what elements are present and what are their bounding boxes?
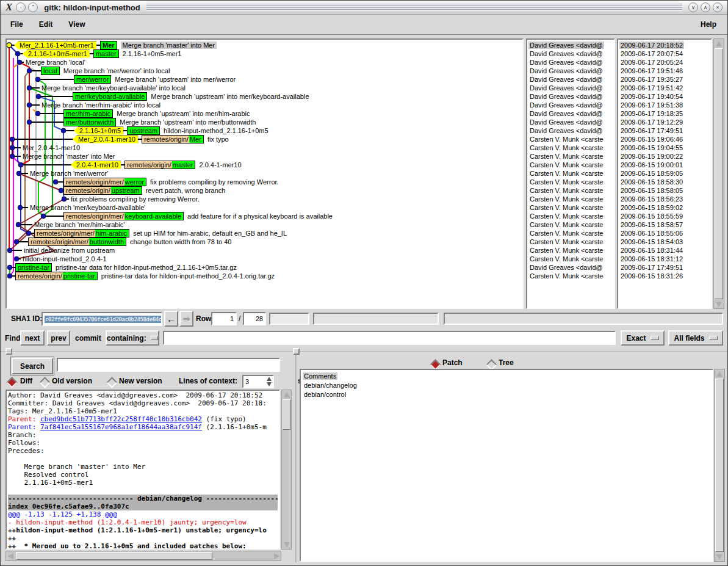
date-cell[interactable]: 2009-06-17 20:07:54 — [619, 49, 684, 58]
author-cell[interactable]: David Greaves <david@ — [528, 101, 604, 109]
author-cell[interactable]: Carsten V. Munk <carste — [528, 238, 604, 246]
vertical-sash-handle[interactable] — [293, 348, 300, 355]
remote-branch-label[interactable]: remotes/origin/master — [124, 161, 195, 169]
branch-label[interactable]: pristine-tar — [15, 263, 52, 272]
date-cell[interactable]: 2009-06-15 18:58:05 — [619, 186, 684, 195]
commit-row[interactable]: remotes/origin/mer/keyboard-availableadd… — [63, 212, 333, 220]
commit-row[interactable]: initial debianize from upstream — [24, 246, 115, 255]
commit-row[interactable]: Mer_2.1.16-1+0m5-mer1MerMerge branch 'ma… — [14, 41, 217, 49]
date-cell[interactable]: 2009-06-15 18:31:26 — [619, 272, 684, 280]
match-type-dropdown[interactable]: Exact — [621, 330, 665, 346]
commit-row[interactable]: remotes/origin/mer/buttonwidthchange but… — [28, 238, 231, 246]
spare-field-3[interactable] — [444, 313, 723, 325]
date-cell[interactable]: 2009-06-15 18:31:12 — [619, 255, 684, 263]
row-number-field[interactable]: 1 — [211, 312, 237, 325]
horizontal-sash[interactable] — [1, 351, 728, 353]
file-list-item[interactable]: Comments — [301, 371, 712, 380]
author-cell[interactable]: Carsten V. Munk <carste — [528, 161, 604, 169]
row-total-field[interactable]: 28 — [243, 312, 266, 325]
date-cell[interactable]: 2009-06-17 17:49:51 — [619, 126, 684, 135]
author-cell[interactable]: Carsten V. Munk <carste — [528, 220, 604, 229]
parent-sha-link[interactable]: cbed9bdc51b7713bff22c258ff40c10b316cb042 — [40, 415, 202, 423]
date-cell[interactable]: 2009-06-15 18:55:59 — [619, 212, 684, 220]
date-cell[interactable]: 2009-06-15 18:54:03 — [619, 238, 684, 246]
author-cell[interactable]: Carsten V. Munk <carste — [528, 135, 604, 143]
file-list-pane[interactable]: Commentsdebian/changelogdebian/control — [300, 369, 713, 562]
author-cell[interactable]: David Greaves <david@ — [528, 58, 604, 67]
date-cell[interactable]: 2009-06-15 19:06:46 — [619, 135, 684, 143]
menu-view[interactable]: View — [62, 18, 91, 31]
date-cell[interactable]: 2009-06-15 19:00:01 — [619, 161, 684, 169]
remote-branch-label[interactable]: remotes/origin/upstream — [63, 186, 142, 195]
commit-row[interactable]: fix problems compiling by removing Werro… — [71, 195, 200, 203]
diff-view[interactable]: Author: David Greaves <david@dgreaves.co… — [5, 390, 280, 550]
author-cell[interactable]: David Greaves <david@ — [528, 92, 604, 101]
commit-row[interactable]: Merge branch 'mer/werror' — [30, 169, 108, 178]
date-pane[interactable]: 2009-06-17 20:18:522009-06-17 20:07:5420… — [617, 38, 712, 309]
remote-branch-label[interactable]: remotes/origin/mer/werror — [63, 178, 146, 186]
menu-file[interactable]: File — [4, 18, 29, 31]
spare-field-2[interactable] — [313, 313, 439, 325]
commit-row[interactable]: Mer_2.0.4-1-mer10remotes/origin/Merfix t… — [73, 135, 229, 143]
spinbox-down-icon[interactable] — [267, 382, 272, 386]
spare-field-1[interactable] — [269, 313, 309, 325]
titlebar-dot-button[interactable]: · — [16, 2, 26, 12]
commit-row[interactable]: Merge branch 'mer/keyboard-available' in… — [41, 84, 186, 92]
author-cell[interactable]: Carsten V. Munk <carste — [528, 255, 604, 263]
date-cell[interactable]: 2009-06-15 19:00:22 — [619, 152, 684, 161]
remote-branch-label[interactable]: remotes/origin/Mer — [142, 135, 204, 143]
author-cell[interactable]: David Greaves <david@ — [528, 75, 604, 84]
commit-row[interactable]: pristine-tarpristine-tar data for hildon… — [15, 263, 237, 272]
author-cell[interactable]: David Greaves <david@ — [528, 126, 604, 135]
scroll-down-arrow-icon[interactable] — [714, 300, 724, 308]
commit-row[interactable]: mer/buttonwidthMerge branch 'upstream' i… — [63, 118, 256, 126]
commit-row[interactable]: remotes/origin/mer/werrorfix problems co… — [63, 178, 279, 186]
author-cell[interactable]: David Greaves <david@ — [528, 41, 604, 49]
scroll-left-arrow-icon[interactable] — [6, 551, 15, 561]
back-button[interactable]: ← — [164, 311, 178, 327]
file-list-item[interactable]: debian/control — [301, 390, 712, 399]
scrollbar-thumb[interactable] — [16, 552, 212, 560]
scroll-up-arrow-icon[interactable] — [714, 39, 724, 48]
scroll-down-arrow-icon[interactable] — [282, 540, 291, 549]
titlebar-close-button[interactable]: × — [713, 2, 723, 12]
scroll-right-arrow-icon[interactable] — [272, 551, 281, 561]
date-cell[interactable]: 2009-06-15 19:04:55 — [619, 143, 684, 152]
old-version-radio[interactable] — [39, 377, 50, 388]
commit-row[interactable]: mer/werrorMerge branch 'upstream' into m… — [74, 75, 236, 84]
search-button[interactable]: Search — [12, 358, 53, 374]
titlebar[interactable]: X · ⌃ gitk: hildon-input-method ∨ ∧ × — [1, 1, 727, 15]
date-cell[interactable]: 2009-06-17 20:18:52 — [619, 41, 684, 49]
new-version-radio[interactable] — [106, 377, 117, 388]
date-cell[interactable]: 2009-06-15 18:59:02 — [619, 203, 684, 212]
author-cell[interactable]: Carsten V. Munk <carste — [528, 186, 604, 195]
find-next-button[interactable]: next — [20, 330, 45, 346]
scroll-down-arrow-icon[interactable] — [715, 553, 724, 561]
remote-branch-label[interactable]: remotes/origin/mer/him-arabic — [34, 229, 129, 238]
commit-row[interactable]: Merge branch 'master' into Mer — [23, 152, 115, 161]
author-cell[interactable]: Carsten V. Munk <carste — [528, 229, 604, 238]
author-cell[interactable]: Carsten V. Munk <carste — [528, 212, 604, 220]
sha1-input[interactable]: c02ffe9fc69435706fce61d20ac0b2458de84c84 — [41, 312, 162, 326]
date-cell[interactable]: 2009-06-15 18:59:05 — [619, 169, 684, 178]
commit-graph-pane[interactable]: Mer_2.1.16-1+0m5-mer1MerMerge branch 'ma… — [5, 38, 524, 309]
menu-help[interactable]: Help — [693, 18, 724, 31]
author-cell[interactable]: Carsten V. Munk <carste — [528, 152, 604, 161]
diff-hscrollbar[interactable] — [5, 551, 281, 561]
commit-row[interactable]: Merge branch 'local' — [26, 58, 85, 67]
author-cell[interactable]: Carsten V. Munk <carste — [528, 169, 604, 178]
date-cell[interactable]: 2009-06-15 18:55:06 — [619, 229, 684, 238]
scroll-up-arrow-icon[interactable] — [715, 369, 724, 378]
titlebar-pin-button[interactable]: ⌃ — [28, 2, 38, 12]
titlebar-shade-up-button[interactable]: ∧ — [701, 2, 710, 12]
author-cell[interactable]: David Greaves <david@ — [528, 67, 604, 75]
author-cell[interactable]: Carsten V. Munk <carste — [528, 195, 604, 203]
find-prev-button[interactable]: prev — [47, 330, 70, 346]
commit-row[interactable]: mer/keyboard-availableMerge branch 'upst… — [73, 92, 309, 101]
commit-row[interactable]: Mer_2.0.4-1-mer10 — [23, 143, 80, 152]
scroll-up-arrow-icon[interactable] — [282, 390, 291, 399]
tag-label[interactable]: Mer_2.1.16-1+0m5-mer1 — [14, 42, 96, 49]
date-cell[interactable]: 2009-06-17 19:40:54 — [619, 92, 684, 101]
commit-row[interactable]: remotes/origin/pristine-tarpristine-tar … — [15, 272, 275, 280]
branch-label[interactable]: mer/keyboard-available — [73, 92, 147, 101]
